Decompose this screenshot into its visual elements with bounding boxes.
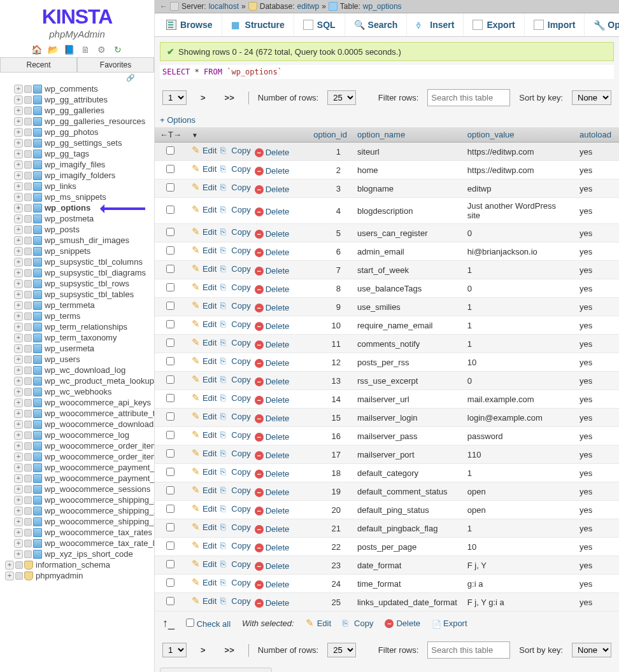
expand-icon[interactable]: + [14, 225, 23, 234]
mini-icon[interactable] [24, 312, 32, 320]
copy-link[interactable]: Copy [220, 183, 250, 192]
row-checkbox[interactable] [166, 302, 174, 310]
tree-table-wp_woocommerce_payment_tokenmeta[interactable]: +wp_woocommerce_payment_tokenmeta [3, 462, 152, 473]
tree-table-wp_wc_product_meta_lookup[interactable]: +wp_wc_product_meta_lookup [3, 375, 152, 386]
tree-table-wp_supsystic_tbl_tables[interactable]: +wp_supsystic_tbl_tables [3, 289, 152, 300]
copy-link[interactable]: Copy [220, 412, 250, 421]
tree-table-wp_woocommerce_payment_tokens[interactable]: +wp_woocommerce_payment_tokens [3, 473, 152, 484]
expand-icon[interactable]: + [14, 452, 23, 461]
copy-link[interactable]: Copy [220, 467, 250, 477]
edit-link[interactable]: Edit [192, 283, 217, 292]
row-checkbox[interactable] [166, 206, 174, 214]
row-checkbox[interactable] [166, 283, 174, 291]
tree-table-wp_posts[interactable]: +wp_posts [3, 224, 152, 235]
edit-link[interactable]: Edit [192, 486, 217, 495]
expand-icon[interactable]: + [14, 539, 23, 548]
delete-link[interactable]: Delete [255, 469, 290, 479]
tree-table-wp_imagify_files[interactable]: +wp_imagify_files [3, 159, 152, 170]
copy-link[interactable]: Copy [220, 541, 250, 550]
mini-icon[interactable] [24, 453, 32, 461]
sort-select[interactable]: None [572, 90, 611, 105]
row-checkbox[interactable] [166, 246, 174, 255]
edit-link[interactable]: Edit [192, 338, 217, 347]
delete-link[interactable]: Delete [255, 358, 290, 368]
edit-link[interactable]: Edit [192, 205, 217, 214]
expand-icon[interactable]: + [14, 128, 23, 137]
mini-icon[interactable] [24, 475, 32, 482]
mini-icon[interactable] [24, 550, 32, 558]
expand-icon[interactable]: + [14, 550, 23, 559]
mini-icon[interactable] [24, 96, 32, 104]
mini-icon[interactable] [24, 399, 32, 407]
tree-table-wp_gg_galleries_resources[interactable]: +wp_gg_galleries_resources [3, 116, 152, 127]
mini-icon[interactable] [24, 269, 32, 277]
tree-table-wp_xyz_ips_short_code[interactable]: +wp_xyz_ips_short_code [3, 549, 152, 559]
edit-link[interactable]: Edit [192, 430, 217, 440]
col-arrows[interactable]: ←T→ [155, 127, 187, 143]
edit-link[interactable]: Edit [192, 246, 217, 255]
row-checkbox[interactable] [166, 578, 174, 587]
tree-table-wp_gg_settings_sets[interactable]: +wp_gg_settings_sets [3, 137, 152, 148]
mini-icon[interactable] [24, 464, 32, 472]
copy-link[interactable]: Copy [220, 486, 250, 495]
col-actions[interactable] [187, 127, 308, 143]
query-results-operations[interactable]: Query results operations [160, 668, 272, 672]
delete-link[interactable]: Delete [255, 580, 290, 589]
row-checkbox[interactable] [166, 375, 174, 384]
delete-link[interactable]: Delete [255, 321, 290, 331]
mini-icon[interactable] [24, 172, 32, 179]
expand-icon[interactable]: + [14, 409, 23, 418]
tree-table-wp_comments[interactable]: +wp_comments [3, 83, 152, 94]
expand-icon[interactable]: + [14, 279, 23, 288]
tab-export[interactable]: Export [464, 13, 524, 36]
mini-icon[interactable] [15, 561, 23, 569]
reload-icon[interactable]: ↻ [113, 45, 123, 55]
copy-link[interactable]: Copy [220, 264, 250, 274]
last-page[interactable]: >> [220, 92, 239, 104]
tree-table-wp_wc_download_log[interactable]: +wp_wc_download_log [3, 365, 152, 375]
expand-icon[interactable]: + [14, 442, 23, 451]
edit-link[interactable]: Edit [192, 541, 217, 550]
tab-browse[interactable]: Browse [157, 13, 222, 36]
mini-icon[interactable] [24, 507, 32, 515]
col-option-name[interactable]: option_name [352, 127, 462, 143]
expand-icon[interactable]: + [14, 106, 23, 115]
expand-icon[interactable]: + [14, 139, 23, 148]
expand-icon[interactable]: + [14, 117, 23, 126]
exit-icon[interactable]: 📂 [48, 45, 58, 55]
mini-icon[interactable] [24, 377, 32, 385]
expand-icon[interactable]: + [14, 496, 23, 505]
tab-operations[interactable]: 🔧Operations [585, 13, 619, 36]
bulk-export[interactable]: Export [432, 619, 467, 628]
expand-icon[interactable]: + [14, 517, 23, 526]
expand-icon[interactable]: + [14, 398, 23, 407]
expand-icon[interactable]: + [14, 258, 23, 267]
rows-select[interactable]: 25 [327, 90, 356, 105]
edit-link[interactable]: Edit [192, 146, 217, 155]
tree-table-wp_woocommerce_sessions[interactable]: +wp_woocommerce_sessions [3, 484, 152, 494]
tree-table-wp_links[interactable]: +wp_links [3, 181, 152, 192]
row-checkbox[interactable] [166, 560, 174, 568]
tree-table-wp_woocommerce_tax_rate_locations[interactable]: +wp_woocommerce_tax_rate_locations [3, 538, 152, 549]
copy-link[interactable]: Copy [220, 578, 250, 587]
row-checkbox[interactable] [166, 394, 174, 402]
tab-search[interactable]: 🔍Search [345, 13, 408, 36]
expand-icon[interactable]: + [14, 182, 23, 191]
delete-link[interactable]: Delete [255, 248, 290, 257]
edit-link[interactable]: Edit [192, 375, 217, 384]
row-checkbox[interactable] [166, 339, 174, 347]
expand-icon[interactable]: + [14, 204, 23, 213]
delete-link[interactable]: Delete [255, 414, 290, 423]
row-checkbox[interactable] [166, 597, 174, 605]
copy-link[interactable]: Copy [220, 246, 250, 255]
mini-icon[interactable] [24, 410, 32, 417]
expand-icon[interactable]: + [14, 474, 23, 483]
row-checkbox[interactable] [166, 357, 174, 365]
tree-table-wp_supsystic_tbl_diagrams[interactable]: +wp_supsystic_tbl_diagrams [3, 267, 152, 278]
delete-link[interactable]: Delete [255, 377, 290, 386]
tree-table-wp_terms[interactable]: +wp_terms [3, 311, 152, 321]
expand-icon[interactable]: + [14, 160, 23, 169]
delete-link[interactable]: Delete [255, 487, 290, 497]
docs-icon[interactable]: 📘 [64, 45, 74, 55]
tree-table-wp_smush_dir_images[interactable]: +wp_smush_dir_images [3, 235, 152, 246]
